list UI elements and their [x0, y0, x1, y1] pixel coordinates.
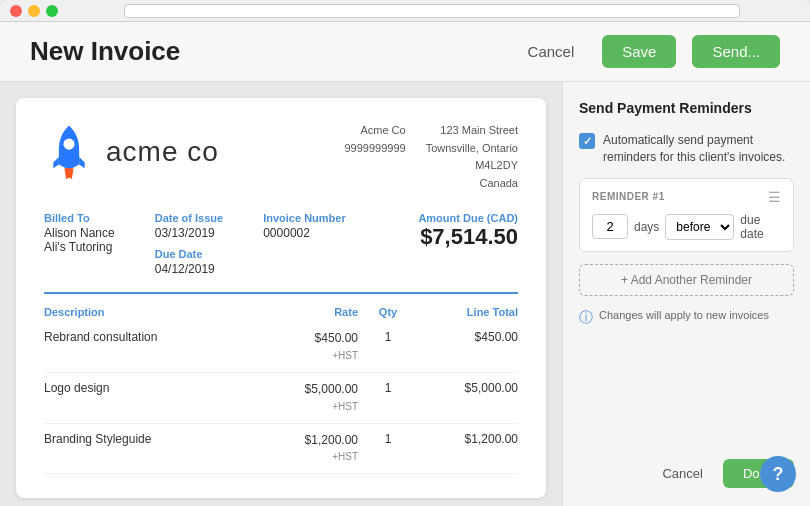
filter-icon[interactable]: ☰	[768, 189, 781, 205]
item-qty: 1	[358, 381, 418, 415]
invoice-number-field: Invoice Number 0000002	[263, 212, 346, 276]
company-info-phone: 9999999999	[344, 140, 405, 158]
url-bar	[124, 4, 740, 18]
line-items-header: Description Rate Qty Line Total	[44, 302, 518, 322]
item-rate: $1,200.00+HST	[238, 432, 358, 466]
item-description: Branding Styleguide	[44, 432, 238, 466]
auto-reminder-row: Automatically send payment reminders for…	[579, 132, 794, 166]
info-row: ⓘ Changes will apply to new invoices	[579, 308, 794, 327]
reminder-section: REMINDER #1 ☰ days before after due date	[579, 178, 794, 252]
add-reminder-button[interactable]: + Add Another Reminder	[579, 264, 794, 296]
address-street: 123 Main Street	[426, 122, 518, 140]
date-of-issue-value: 03/13/2019	[155, 226, 223, 240]
invoice-number-value: 0000002	[263, 226, 346, 240]
reminder-number-label: REMINDER #1	[592, 191, 665, 202]
billed-to-name: Alison Nance	[44, 226, 115, 240]
invoice-address-info: 123 Main Street Townsville, Ontario M4L2…	[426, 122, 518, 192]
invoice-meta: Billed To Alison Nance Ali's Tutoring Da…	[44, 212, 518, 276]
reminder-days-input[interactable]	[592, 214, 628, 239]
date-of-issue-field: Date of Issue 03/13/2019 Due Date 04/12/…	[155, 212, 223, 276]
company-info-name: Acme Co	[344, 122, 405, 140]
window-maximize-dot[interactable]	[46, 5, 58, 17]
address-postal: M4L2DY	[426, 157, 518, 175]
item-qty: 1	[358, 432, 418, 466]
window-close-dot[interactable]	[10, 5, 22, 17]
help-button[interactable]: ?	[760, 456, 796, 492]
billed-to-company: Ali's Tutoring	[44, 240, 115, 254]
billed-to-field: Billed To Alison Nance Ali's Tutoring	[44, 212, 115, 276]
address-country: Canada	[426, 175, 518, 193]
item-line-total: $5,000.00	[418, 381, 518, 415]
col-rate: Rate	[238, 306, 358, 318]
company-logo-area: acme co	[44, 122, 219, 182]
table-row: Branding Styleguide $1,200.00+HST 1 $1,2…	[44, 424, 518, 475]
item-rate: $450.00+HST	[238, 330, 358, 364]
reminder-controls: days before after due date	[592, 213, 781, 241]
amount-due-label: Amount Due (CAD)	[418, 212, 518, 224]
item-description: Rebrand consultation	[44, 330, 238, 364]
address-city: Townsville, Ontario	[426, 140, 518, 158]
item-line-total: $1,200.00	[418, 432, 518, 466]
auto-reminder-checkbox[interactable]	[579, 133, 595, 149]
reminder-due-date-label: due date	[740, 213, 781, 241]
amount-due-field: Amount Due (CAD) $7,514.50	[418, 212, 518, 276]
invoice-area: acme co Acme Co 9999999999 123 Main Stre…	[0, 82, 562, 506]
send-button[interactable]: Send...	[692, 35, 780, 68]
invoice-card: acme co Acme Co 9999999999 123 Main Stre…	[16, 98, 546, 498]
invoice-divider	[44, 292, 518, 294]
main-layout: acme co Acme Co 9999999999 123 Main Stre…	[0, 82, 810, 506]
col-description: Description	[44, 306, 238, 318]
due-date-value: 04/12/2019	[155, 262, 223, 276]
window-minimize-dot[interactable]	[28, 5, 40, 17]
table-row: Logo design $5,000.00+HST 1 $5,000.00	[44, 373, 518, 424]
due-date-label: Due Date	[155, 248, 223, 260]
svg-point-0	[63, 139, 74, 150]
auto-reminder-label: Automatically send payment reminders for…	[603, 132, 794, 166]
right-panel: Send Payment Reminders Automatically sen…	[562, 82, 810, 506]
invoice-number-label: Invoice Number	[263, 212, 346, 224]
date-of-issue-label: Date of Issue	[155, 212, 223, 224]
panel-cancel-button[interactable]: Cancel	[652, 459, 712, 488]
reminder-days-label: days	[634, 220, 659, 234]
rocket-icon	[44, 122, 94, 182]
col-line-total: Line Total	[418, 306, 518, 318]
item-rate: $5,000.00+HST	[238, 381, 358, 415]
billed-to-label: Billed To	[44, 212, 115, 224]
panel-title: Send Payment Reminders	[579, 100, 794, 116]
invoice-header: acme co Acme Co 9999999999 123 Main Stre…	[44, 122, 518, 192]
header-right: Acme Co 9999999999 123 Main Street Towns…	[344, 122, 518, 192]
company-name: acme co	[106, 136, 219, 168]
toolbar: New Invoice Cancel Save Send...	[0, 22, 810, 82]
invoice-company-info: Acme Co 9999999999	[344, 122, 405, 192]
window-chrome	[0, 0, 810, 22]
info-text: Changes will apply to new invoices	[599, 308, 769, 323]
amount-due-value: $7,514.50	[418, 224, 518, 250]
table-row: Rebrand consultation $450.00+HST 1 $450.…	[44, 322, 518, 373]
line-items-container: Rebrand consultation $450.00+HST 1 $450.…	[44, 322, 518, 474]
item-description: Logo design	[44, 381, 238, 415]
page-title: New Invoice	[30, 36, 500, 67]
item-qty: 1	[358, 330, 418, 364]
cancel-button[interactable]: Cancel	[516, 37, 587, 66]
reminder-header: REMINDER #1 ☰	[592, 189, 781, 205]
save-button[interactable]: Save	[602, 35, 676, 68]
col-qty: Qty	[358, 306, 418, 318]
info-icon: ⓘ	[579, 309, 593, 327]
reminder-timing-select[interactable]: before after	[665, 214, 734, 240]
item-line-total: $450.00	[418, 330, 518, 364]
